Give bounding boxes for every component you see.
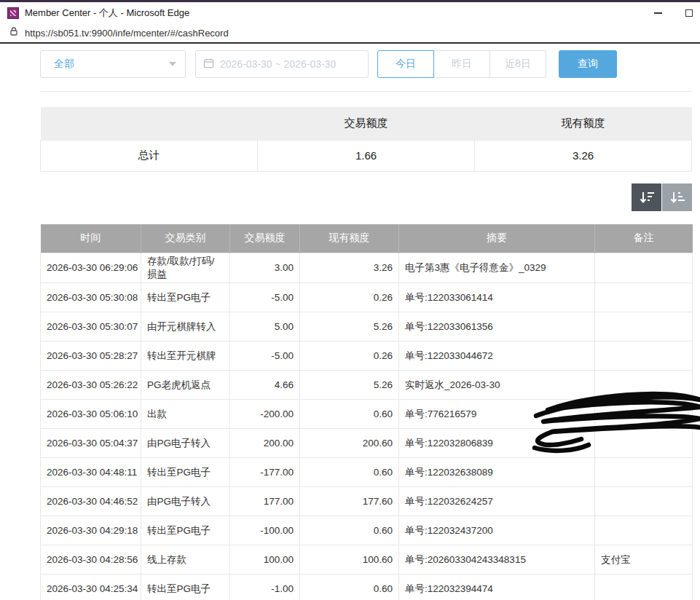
window-title: Member Center - 个人 - Microsoft Edge: [25, 7, 189, 20]
cell-amount: -177.00: [230, 458, 300, 487]
date-range-value: 2026-03-30 ~ 2026-03-30: [220, 58, 336, 70]
cell-balance: 0.60: [300, 458, 399, 487]
cell-time: 2026-03-30 04:48:11: [41, 458, 141, 487]
cell-remark: [595, 458, 693, 487]
cell-remark: [595, 342, 693, 371]
cell-balance: 0.60: [300, 516, 399, 545]
cell-type: 由开元棋牌转入: [141, 312, 230, 342]
cell-time: 2026-03-30 04:25:34: [41, 575, 141, 600]
cell-summary: 单号:122032437200: [399, 516, 595, 545]
sort-controls: [40, 183, 692, 211]
cell-remark: [595, 312, 693, 342]
cell-summary: 单号:122032806839: [399, 429, 595, 458]
column-header: 交易额度: [230, 224, 300, 253]
sort-descending-button[interactable]: [632, 183, 661, 211]
cell-type: 线上存款: [141, 545, 230, 575]
cell-balance: 0.60: [300, 575, 399, 600]
column-header: 摘要: [399, 224, 595, 253]
column-header: 备注: [595, 224, 693, 253]
cell-amount: 3.00: [230, 253, 300, 283]
cell-time: 2026-03-30 05:28:27: [41, 342, 141, 371]
cell-amount: -5.00: [230, 283, 300, 312]
cell-summary: 单号:122033061414: [399, 283, 595, 312]
column-header: 现有额度: [300, 224, 399, 253]
summary-header-row: 交易额度 现有额度: [41, 107, 692, 140]
title-bar: Member Center - 个人 - Microsoft Edge: [0, 2, 700, 23]
cell-balance: 0.26: [300, 283, 399, 312]
cell-amount: 177.00: [230, 487, 300, 516]
cell-remark: [595, 400, 693, 429]
chevron-down-icon: [169, 62, 176, 66]
column-header: 交易类别: [141, 224, 230, 253]
cell-type: 转出至PG电子: [141, 575, 230, 600]
summary-header-trade: 交易额度: [258, 107, 475, 140]
date-range-input[interactable]: 2026-03-30 ~ 2026-03-30: [195, 50, 369, 78]
cell-amount: -1.00: [230, 575, 300, 600]
cell-summary: 单号:122033061356: [399, 312, 595, 342]
table-row: 2026-03-30 04:28:56线上存款100.00100.60单号:20…: [41, 545, 693, 575]
table-row: 2026-03-30 04:48:11转出至PG电子-177.000.60单号:…: [41, 458, 693, 487]
site-info-icon[interactable]: [9, 26, 19, 39]
column-header: 时间: [41, 224, 141, 253]
cell-summary: 实时返水_2026-03-30: [399, 371, 595, 400]
maximize-icon[interactable]: [685, 9, 693, 17]
cell-balance: 200.60: [300, 429, 399, 458]
cell-remark: [595, 516, 693, 545]
cell-time: 2026-03-30 05:06:10: [41, 400, 141, 429]
cell-summary: 单号:776216579: [399, 400, 595, 429]
cell-summary: 单号:122033044672: [399, 342, 595, 371]
cell-summary: 单号:202603304243348315: [399, 545, 595, 575]
cell-type: 转出至PG电子: [141, 283, 230, 312]
cell-amount: -5.00: [230, 342, 300, 371]
table-row: 2026-03-30 04:25:34转出至PG电子-1.000.60单号:12…: [41, 575, 693, 600]
cell-time: 2026-03-30 04:29:18: [41, 516, 141, 545]
cash-record-table: 时间交易类别交易额度现有额度摘要备注 2026-03-30 06:29:06存款…: [40, 224, 693, 600]
cell-amount: -100.00: [230, 516, 300, 545]
cell-type: 转出至PG电子: [141, 516, 230, 545]
url-bar[interactable]: https://sb051.tv:9900/infe/mcenter/#/cas…: [0, 23, 700, 44]
cell-balance: 100.60: [300, 545, 399, 575]
summary-total-label: 总计: [41, 140, 258, 171]
quick-date-button-group: 今日 昨日 近8日: [377, 50, 546, 78]
filter-bar: 全部 2026-03-30 ~ 2026-03-30 今日 昨日 近8日 查询: [40, 50, 692, 78]
sort-ascending-button[interactable]: [662, 183, 692, 211]
table-row: 2026-03-30 05:06:10出款-200.000.60单号:77621…: [41, 400, 693, 429]
query-button[interactable]: 查询: [559, 50, 617, 78]
table-row: 2026-03-30 05:04:37由PG电子转入200.00200.60单号…: [41, 429, 693, 458]
cell-amount: -200.00: [230, 400, 300, 429]
cell-summary: 单号:122032624257: [399, 487, 595, 516]
today-button[interactable]: 今日: [377, 50, 434, 78]
summary-balance-total: 3.26: [475, 140, 692, 171]
cell-amount: 200.00: [230, 429, 300, 458]
cell-remark: [595, 371, 693, 400]
window-controls: [654, 2, 693, 23]
cell-time: 2026-03-30 05:30:08: [41, 283, 141, 312]
cash-record-page: 全部 2026-03-30 ~ 2026-03-30 今日 昨日 近8日 查询 …: [0, 50, 700, 600]
table-row: 2026-03-30 05:26:22PG老虎机返点4.665.26实时返水_2…: [41, 371, 693, 400]
cell-remark: [595, 253, 693, 283]
cell-balance: 0.60: [300, 400, 399, 429]
summary-trade-total: 1.66: [258, 140, 475, 171]
cell-type: 转出至PG电子: [141, 458, 230, 487]
yesterday-button[interactable]: 昨日: [433, 50, 490, 78]
category-select-value: 全部: [54, 58, 74, 71]
summary-header-balance: 现有额度: [475, 107, 692, 140]
sort-amount-desc-icon: [639, 190, 655, 205]
cell-remark: [595, 429, 693, 458]
minimize-icon[interactable]: [654, 12, 662, 14]
category-select[interactable]: 全部: [40, 50, 186, 78]
cell-time: 2026-03-30 05:26:22: [41, 371, 141, 400]
cell-time: 2026-03-30 06:29:06: [41, 253, 141, 283]
table-row: 2026-03-30 06:29:06存款/取款/打码/损益3.003.26电子…: [41, 253, 693, 283]
summary-header-empty: [41, 107, 258, 140]
last-8-days-button[interactable]: 近8日: [489, 50, 546, 78]
cell-time: 2026-03-30 05:30:07: [41, 312, 141, 342]
cell-type: 出款: [141, 400, 230, 429]
cell-amount: 5.00: [230, 312, 300, 342]
cell-summary: 单号:122032638089: [399, 458, 595, 487]
sort-amount-asc-icon: [669, 190, 685, 205]
cell-balance: 5.26: [300, 312, 399, 342]
cell-summary: 电子第3惠《电子得意金》_0329: [399, 253, 595, 283]
url-text: https://sb051.tv:9900/infe/mcenter/#/cas…: [25, 28, 229, 39]
section-divider: [40, 91, 692, 92]
